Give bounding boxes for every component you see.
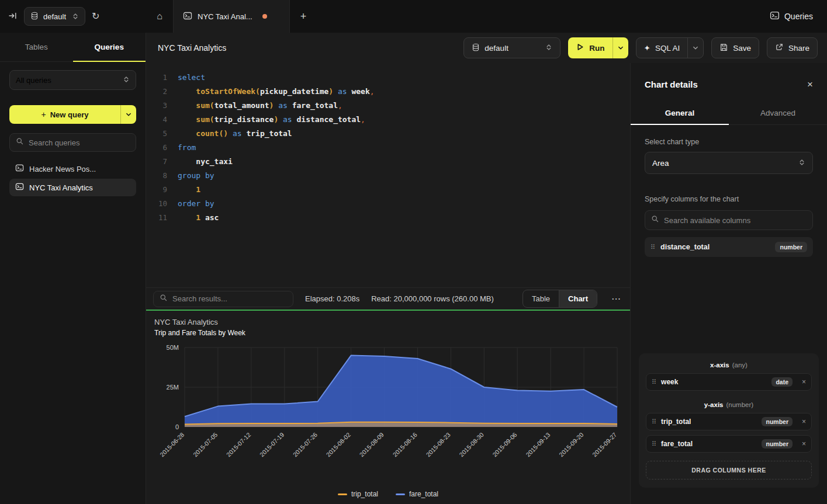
code-line[interactable]: 10order by [146,196,630,210]
main-header: NYC Taxi Analytics default [146,33,827,63]
elapsed-time: Elapsed: 0.208s [305,294,359,303]
more-options-button[interactable]: ⋯ [609,293,623,304]
code-text: toStartOfWeek(pickup_datetime) as week, [178,87,375,96]
svg-text:2015-07-05: 2015-07-05 [192,431,219,458]
sql-editor[interactable]: 1select2 toStartOfWeek(pickup_datetime) … [146,63,630,287]
sidebar-tab-queries[interactable]: Queries [73,33,146,61]
code-line[interactable]: 2 toStartOfWeek(pickup_datetime) as week… [146,84,630,98]
svg-text:2015-08-02: 2015-08-02 [325,431,352,458]
topbar-right: Queries [770,0,827,33]
code-line[interactable]: 7 nyc_taxi [146,154,630,168]
new-tab-button[interactable]: + [290,0,317,33]
run-button[interactable]: Run [568,37,612,58]
svg-text:50M: 50M [167,344,179,351]
chevron-up-down-icon [123,76,130,85]
close-panel-button[interactable]: × [807,79,813,89]
code-line[interactable]: 11 1 asc [146,210,630,224]
remove-column-button[interactable]: × [802,440,806,447]
run-options-dropdown[interactable] [613,37,628,58]
editor-database-selector[interactable]: default [463,37,560,58]
drag-handle-icon[interactable]: ⠿ [650,244,655,251]
topbar-database-selector[interactable]: default [24,7,85,26]
chart-type-select[interactable]: Area [645,152,813,174]
sparkle-icon: ✦ [644,43,650,53]
sql-ai-dropdown[interactable] [688,38,703,58]
unsaved-dot-icon [262,14,267,19]
chart-legend: trip_total fare_total [154,490,622,498]
axes-card: x-axis(any) ⠿ week date × y-axis(number) [639,353,819,488]
code-line[interactable]: 3 sum(total_amount) as fare_total, [146,98,630,112]
code-line[interactable]: 8group by [146,168,630,182]
refresh-button[interactable]: ↻ [92,12,99,21]
axis-column-name: week [661,378,678,386]
tab-title: NYC Taxi Anal... [198,12,252,21]
code-text: count() as trip_total [178,129,292,138]
remove-column-button[interactable]: × [802,418,806,425]
new-query-main: + New query [9,105,120,124]
search-results-input[interactable] [172,294,287,303]
home-tab[interactable]: ⌂ [146,0,173,33]
available-column-distance-total[interactable]: ⠿ distance_total number [645,237,813,257]
drag-handle-icon[interactable]: ⠿ [652,418,656,426]
query-filter-select[interactable]: All queries [9,70,136,90]
remove-column-button[interactable]: × [802,378,806,385]
code-text: select [178,73,205,82]
view-toggle-chart[interactable]: Chart [559,290,597,307]
new-query-button[interactable]: + New query [9,105,136,124]
line-number: 2 [146,87,167,96]
y-axis-label: y-axis [704,401,724,408]
new-query-dropdown[interactable] [121,105,136,124]
drag-handle-icon[interactable]: ⠿ [652,440,656,448]
queries-button[interactable]: Queries [770,11,813,22]
topbar-database-value: default [43,12,66,21]
sql-ai-button[interactable]: ✦ SQL AI [636,38,688,58]
axis-column-name: fare_total [661,440,693,448]
main-column: 1select2 toStartOfWeek(pickup_datetime) … [146,63,630,504]
collapse-sidebar-button[interactable] [8,11,18,22]
tab-nyc-taxi-analytics[interactable]: NYC Taxi Anal... [173,0,290,33]
legend-item-trip-total[interactable]: trip_total [338,490,378,498]
chart-card: NYC Taxi Analytics Trip and Fare Totals … [146,310,630,504]
view-toggle-table[interactable]: Table [523,290,559,307]
save-button-label: Save [733,44,751,53]
code-line[interactable]: 6from [146,140,630,154]
search-queries-input[interactable] [29,138,130,147]
chevron-up-down-icon [72,13,79,20]
query-list-item-nyc-taxi[interactable]: NYC Taxi Analytics [9,179,136,196]
drag-handle-icon[interactable]: ⠿ [652,378,656,386]
code-line[interactable]: 5 count() as trip_total [146,126,630,140]
query-item-label: Hacker News Pos... [29,165,96,173]
y-axis-header: y-axis(number) [646,401,812,408]
sidebar-body: All queries + New query [0,62,146,196]
svg-text:0: 0 [175,423,179,430]
y-axis-item-fare-total[interactable]: ⠿ fare_total number × [646,435,812,453]
chevron-up-down-icon [545,44,552,53]
axis-column-type-badge: date [771,377,793,387]
tab-general[interactable]: General [631,101,729,124]
y-axis-item-trip-total[interactable]: ⠿ trip_total number × [646,413,812,430]
legend-label: fare_total [409,490,438,498]
drag-columns-dropzone[interactable]: DRAG COLUMNS HERE [646,461,812,479]
code-line[interactable]: 1select [146,70,630,84]
search-columns-box [645,210,813,230]
svg-text:2015-07-12: 2015-07-12 [225,431,252,458]
tab-advanced[interactable]: Advanced [729,101,827,124]
x-axis-label: x-axis [710,362,729,369]
query-icon [15,164,24,174]
save-button[interactable]: Save [711,37,759,58]
legend-item-fare-total[interactable]: fare_total [396,490,438,498]
search-columns-input[interactable] [664,216,807,225]
x-axis-item-week[interactable]: ⠿ week date × [646,373,812,391]
svg-text:2015-08-30: 2015-08-30 [458,431,485,458]
axis-column-type-badge: number [762,417,793,426]
query-filter-value: All queries [16,76,51,85]
query-list-item-hacker-news[interactable]: Hacker News Pos... [9,160,136,178]
code-line[interactable]: 9 1 [146,182,630,196]
topbar: default ↻ ⌂ NYC Taxi Anal... + [0,0,827,33]
area-chart[interactable]: 025M50M2015-06-282015-07-052015-07-12201… [154,340,622,464]
query-list: Hacker News Pos... NYC Taxi Analytics [9,160,136,196]
code-line[interactable]: 4 sum(trip_distance) as distance_total, [146,112,630,126]
ellipsis-icon: ⋯ [611,294,621,304]
share-button[interactable]: Share [767,37,818,58]
sidebar-tab-tables[interactable]: Tables [0,33,73,61]
